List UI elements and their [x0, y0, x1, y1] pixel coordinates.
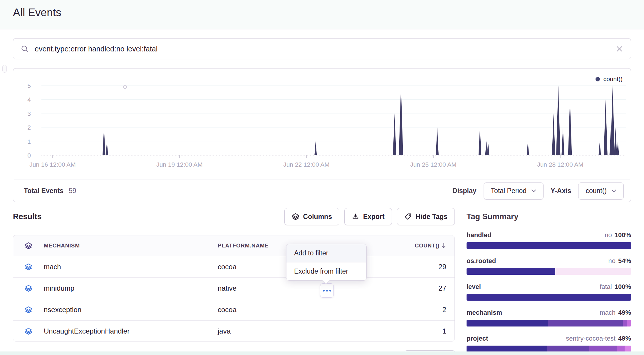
tag-top-percentage: 49%: [618, 309, 631, 317]
tag-bar-segment[interactable]: [467, 294, 631, 301]
event-count-spike[interactable]: [552, 113, 555, 155]
event-count-spike[interactable]: [314, 141, 317, 155]
event-count-spike[interactable]: [393, 113, 396, 155]
chart-point-marker: [123, 85, 127, 88]
yaxis-select-value: count(): [586, 187, 607, 195]
row-layers-icon[interactable]: [13, 306, 44, 314]
cell-mechanism[interactable]: nsexception: [44, 306, 218, 314]
tag-bar-segment[interactable]: [555, 268, 631, 275]
tag-entry-level: levelfatal100%: [467, 283, 631, 301]
row-actions-button[interactable]: [320, 283, 334, 298]
all-events-page: All Events event.type:error handled:no l…: [0, 0, 644, 355]
clear-search-icon[interactable]: [616, 45, 623, 53]
event-count-spike[interactable]: [598, 141, 601, 155]
search-icon: [21, 45, 29, 53]
display-label: Display: [452, 187, 477, 195]
search-bar[interactable]: event.type:error handled:no level:fatal: [13, 38, 631, 59]
hide-tags-button[interactable]: Hide Tags: [397, 208, 455, 225]
cell-platform-name[interactable]: java: [218, 327, 376, 335]
tag-top-value: no: [608, 257, 615, 265]
tag-top-percentage: 54%: [618, 257, 631, 265]
next-section-edge: [0, 351, 644, 355]
cell-count-wrap[interactable]: 2: [376, 306, 455, 314]
chevron-down-icon: [531, 189, 536, 192]
tag-top-percentage: 100%: [615, 283, 631, 291]
tag-name: os.rooted: [467, 257, 496, 265]
export-icon: [352, 213, 359, 220]
event-count-spike[interactable]: [556, 86, 560, 155]
table-row[interactable]: UncaughtExceptionHandlerjava1: [13, 320, 455, 341]
button-label: Hide Tags: [416, 213, 447, 221]
column-header-count[interactable]: COUNT(): [376, 242, 455, 249]
chart-legend[interactable]: count(): [596, 76, 623, 83]
cell-platform-name[interactable]: native: [218, 284, 376, 292]
tag-name: project: [467, 335, 488, 342]
results-table: MECHANISMPLATFORM.NAMECOUNT() machcocoa2…: [13, 235, 455, 341]
tag-distribution-bar[interactable]: [467, 268, 631, 275]
table-row[interactable]: minidumpnative27: [13, 277, 455, 299]
tag-bar-segment[interactable]: [623, 320, 627, 326]
tag-distribution-bar[interactable]: [467, 320, 631, 326]
event-count-spike[interactable]: [527, 141, 529, 155]
search-input[interactable]: event.type:error handled:no level:fatal: [35, 45, 157, 53]
tag-distribution-bar[interactable]: [467, 294, 631, 301]
x-axis-tick-label: Jun 28 12:00 AM: [537, 161, 583, 168]
tag-bar-segment[interactable]: [548, 320, 623, 326]
cell-platform-name[interactable]: cocoa: [218, 306, 376, 314]
row-layers-icon[interactable]: [13, 284, 44, 292]
table-row[interactable]: nsexceptioncocoa2: [13, 299, 455, 320]
tag-top-value: fatal: [600, 283, 612, 291]
x-axis-tick-label: Jun 16 12:00 AM: [29, 161, 76, 168]
tag-top-value: no: [605, 231, 612, 239]
tag-entry-mechanism: mechanismmach49%: [467, 309, 631, 326]
column-header-label: MECHANISM: [44, 242, 80, 249]
total-events-value: 59: [69, 187, 76, 195]
event-count-spike[interactable]: [617, 141, 619, 155]
cell-count-wrap[interactable]: 27: [376, 284, 455, 292]
cell-mechanism[interactable]: minidump: [44, 284, 218, 292]
tag-summary-title: Tag Summary: [467, 212, 631, 221]
row-layers-icon[interactable]: [13, 327, 44, 335]
tag-summary-panel: Tag Summary handledno100%os.rootedno54%l…: [467, 212, 631, 355]
table-header-row: MECHANISMPLATFORM.NAMECOUNT(): [13, 235, 455, 256]
event-count-spike[interactable]: [611, 86, 615, 155]
page-header: All Events: [0, 0, 644, 29]
table-row[interactable]: machcocoa29: [13, 256, 455, 277]
tag-bar-segment[interactable]: [467, 242, 631, 249]
y-axis-tick-label: 5: [27, 82, 31, 89]
table-body: machcocoa29minidumpnative27nsexceptionco…: [13, 256, 455, 341]
tag-bar-segment[interactable]: [627, 320, 631, 326]
columns-button[interactable]: Columns: [284, 208, 339, 225]
export-button[interactable]: Export: [344, 208, 392, 225]
y-axis-tick-label: 4: [27, 96, 31, 103]
cell-count-wrap[interactable]: 29: [376, 263, 455, 271]
chevron-down-icon: [611, 189, 616, 192]
cell-mechanism[interactable]: UncaughtExceptionHandler: [44, 327, 218, 335]
event-count-spike[interactable]: [487, 141, 489, 155]
tag-name: mechanism: [467, 309, 502, 317]
tag-icon: [404, 213, 412, 220]
tag-bar-segment[interactable]: [467, 320, 548, 326]
row-layers-icon[interactable]: [13, 263, 44, 271]
cell-count: 2: [442, 306, 446, 314]
legend-label: count(): [603, 76, 623, 83]
display-select[interactable]: Total Period: [484, 182, 544, 200]
sidebar-collapse-handle[interactable]: [2, 65, 7, 73]
results-title: Results: [13, 212, 42, 221]
context-menu: Add to filterExclude from filter: [286, 244, 367, 281]
menu-item-add-to-filter[interactable]: Add to filter: [286, 244, 366, 262]
tag-bar-segment[interactable]: [467, 268, 555, 275]
button-label: Columns: [303, 213, 332, 221]
events-chart[interactable]: 012345Jun 16 12:00 AMJun 19 12:00 AMJun …: [13, 68, 631, 180]
event-count-spike[interactable]: [106, 141, 108, 155]
column-header-mechanism[interactable]: MECHANISM: [44, 242, 218, 249]
y-axis-tick-label: 2: [27, 124, 31, 131]
tag-entry-project: projectsentry-cocoa-test49%: [467, 335, 631, 352]
y-axis-tick-label: 0: [27, 152, 31, 159]
cell-count: 27: [438, 284, 446, 292]
cell-mechanism[interactable]: mach: [44, 263, 218, 271]
yaxis-select[interactable]: count(): [578, 182, 624, 200]
event-count-spike[interactable]: [399, 86, 403, 155]
tag-distribution-bar[interactable]: [467, 242, 631, 249]
cell-count-wrap[interactable]: 1: [376, 327, 455, 335]
